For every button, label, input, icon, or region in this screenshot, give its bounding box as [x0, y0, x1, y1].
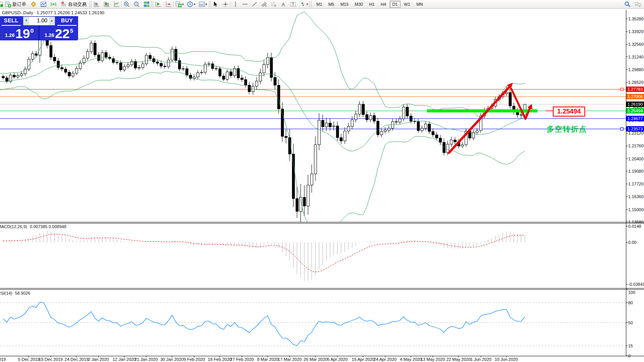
timeframe-toolbar: M1M5M15M30H1H4D1W1MN — [313, 1, 426, 8]
timeframe-button-h4[interactable]: H4 — [378, 1, 389, 8]
zoom-out-icon[interactable] — [133, 1, 140, 8]
signal-icon[interactable] — [50, 1, 57, 8]
timeframe-button-h1[interactable]: H1 — [367, 1, 377, 8]
svg-text:A: A — [282, 2, 285, 7]
volume-spinner: ▼ 1.00 ▲ — [23, 17, 55, 25]
drawing-objects — [427, 83, 623, 153]
volume-input[interactable]: 1.00 — [29, 17, 49, 25]
svg-text:F: F — [275, 5, 276, 7]
bid-price-prefix: 1.26 — [5, 32, 15, 38]
svg-text:E: E — [265, 5, 267, 7]
search-icon[interactable] — [624, 1, 631, 8]
arrows-tool-icon[interactable] — [300, 1, 306, 8]
one-click-trading-panel: SELL ▼ 1.00 ▲ BUY 1.26 19 0 1.26 22 5 — [0, 16, 78, 40]
macd-indicator — [3, 231, 525, 281]
candles — [2, 30, 526, 222]
timeframe-button-m15[interactable]: M15 — [338, 1, 351, 8]
trendline-tool-icon[interactable] — [252, 1, 258, 8]
sell-button[interactable]: SELL — [0, 16, 22, 26]
toolbar-grip[interactable] — [90, 1, 92, 7]
level-lines — [0, 89, 626, 129]
tile-windows-icon[interactable] — [143, 1, 150, 8]
new-order-icon — [5, 1, 11, 8]
chart-shift-icon[interactable] — [165, 1, 172, 8]
zoom-in-icon[interactable] — [123, 1, 130, 8]
horizontal-line-tool-icon[interactable] — [242, 1, 249, 8]
toolbar: 新订单 自动交易 ▾ ▾ ▾ E F A — [0, 0, 644, 9]
cursor-icon[interactable] — [212, 1, 219, 8]
text-label-tool-icon[interactable]: T — [290, 1, 297, 8]
ask-price-pip: 5 — [70, 27, 73, 34]
template-caret[interactable]: ▾ — [205, 2, 207, 6]
arrows-tool-caret[interactable]: ▾ — [307, 2, 309, 6]
new-chart-icon[interactable] — [155, 1, 161, 8]
toolbar-grip[interactable] — [310, 1, 312, 7]
new-order-label: 新订单 — [12, 1, 26, 8]
ask-price-big: 22 — [55, 28, 70, 39]
fibonacci-tool-icon[interactable]: F — [271, 1, 277, 8]
timeframe-button-mn[interactable]: MN — [414, 1, 425, 8]
line-chart-type-icon[interactable] — [113, 1, 120, 8]
toolbar-separator — [173, 1, 174, 7]
bid-price-big: 19 — [15, 28, 30, 39]
ask-price-prefix: 1.26 — [45, 32, 54, 38]
timeframes-clock-icon[interactable] — [187, 1, 194, 8]
bar-chart-type-icon[interactable] — [93, 1, 100, 8]
rsi-indicator — [0, 302, 626, 346]
autotrade-icon — [60, 1, 67, 8]
volume-down-button[interactable]: ▼ — [23, 17, 29, 25]
toolbar-separator — [230, 1, 231, 7]
chart-plot[interactable] — [0, 0, 644, 362]
vertical-line-tool-icon[interactable] — [232, 1, 239, 8]
bollinger-bands — [0, 12, 525, 231]
toolbar-grip[interactable] — [209, 1, 211, 7]
favorites-icon[interactable] — [30, 1, 37, 8]
toolbar-grip[interactable] — [151, 1, 153, 7]
chart-frame — [0, 9, 644, 358]
timeframe-button-m30[interactable]: M30 — [352, 1, 365, 8]
buy-button[interactable]: BUY — [56, 16, 78, 26]
timeframe-button-m5[interactable]: M5 — [325, 1, 337, 8]
bid-price-pip: 0 — [30, 27, 33, 34]
chart-profile-icon[interactable] — [40, 1, 47, 8]
new-order-button[interactable]: 新订单 — [3, 0, 28, 8]
volume-up-button[interactable]: ▲ — [49, 17, 55, 25]
bid-price[interactable]: 1.26 19 0 — [0, 26, 38, 40]
toolbar-separator — [121, 1, 122, 7]
timeframes-caret[interactable]: ▾ — [194, 2, 196, 6]
crosshair-icon[interactable] — [222, 1, 229, 8]
autotrade-label: 自动交易 — [68, 1, 87, 8]
template-icon[interactable] — [199, 1, 205, 8]
mt4-window: 新订单 自动交易 ▾ ▾ ▾ E F A — [0, 0, 644, 362]
timeframe-button-w1[interactable]: W1 — [401, 1, 413, 8]
ask-price[interactable]: 1.26 22 5 — [40, 26, 78, 40]
add-indicator-icon[interactable] — [175, 1, 182, 8]
svg-text:T: T — [292, 2, 295, 7]
candlestick-chart-type-icon[interactable] — [103, 1, 110, 8]
text-tool-icon[interactable]: A — [280, 1, 287, 8]
add-indicator-caret[interactable]: ▾ — [182, 2, 184, 6]
timeframe-button-d1[interactable]: D1 — [390, 1, 400, 8]
chat-icon[interactable] — [634, 1, 641, 8]
autotrade-button[interactable]: 自动交易 — [59, 0, 88, 8]
trend-arrow[interactable] — [511, 89, 530, 119]
channel-tool-icon[interactable]: E — [261, 1, 268, 8]
clipped-icon — [0, 1, 3, 8]
timeframe-button-m1[interactable]: M1 — [314, 1, 325, 8]
